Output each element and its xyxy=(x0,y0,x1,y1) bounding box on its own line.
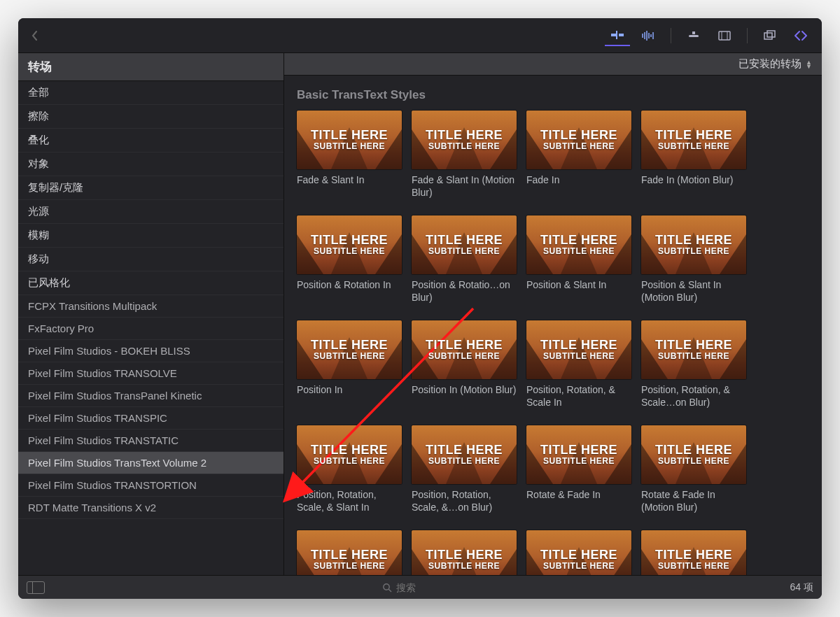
transition-label: Fade & Slant In xyxy=(297,173,402,186)
transitions-panel-icon[interactable] xyxy=(788,25,813,46)
transition-card[interactable]: TITLE HERESUBTITLE HEREPosition, Rotatio… xyxy=(412,425,517,513)
sidebar-item[interactable]: 叠化 xyxy=(18,129,284,153)
transition-label: Position, Rotation, Scale, &…on Blur) xyxy=(412,488,517,513)
transition-card[interactable]: TITLE HERESUBTITLE HEREFade In xyxy=(526,111,631,199)
grid-scroll[interactable]: Basic TransText Styles TITLE HERESUBTITL… xyxy=(284,76,822,575)
transition-card[interactable]: TITLE HERESUBTITLE HEREPosition & Rotati… xyxy=(297,215,402,304)
waveform-icon[interactable] xyxy=(636,25,661,46)
transition-card[interactable]: TITLE HERESUBTITLE HEREPosition & Rotati… xyxy=(412,215,517,304)
transition-thumb[interactable]: TITLE HERESUBTITLE HERE xyxy=(297,425,402,484)
sidebar-item[interactable]: Pixel Film Studios TRANSTORTION xyxy=(18,474,284,497)
transition-label: Fade & Slant In (Motion Blur) xyxy=(412,173,517,199)
transition-thumb[interactable]: TITLE HERESUBTITLE HERE xyxy=(641,215,746,274)
transition-card[interactable]: TITLE HERESUBTITLE HEREPosition, Rotatio… xyxy=(526,320,631,409)
transition-thumb[interactable]: TITLE HERESUBTITLE HERE xyxy=(297,530,402,575)
transition-card[interactable]: TITLE HERESUBTITLE HEREFade & Slant In (… xyxy=(412,111,517,199)
transition-grid: TITLE HERESUBTITLE HEREFade & Slant InTI… xyxy=(297,111,809,575)
transition-thumb[interactable]: TITLE HERESUBTITLE HERE xyxy=(412,425,517,484)
transition-label: Position In xyxy=(297,383,402,396)
browser-window: 转场 全部擦除叠化对象复制器/克隆光源模糊移动已风格化FCPX Transiti… xyxy=(18,18,822,599)
transition-thumb[interactable]: TITLE HERESUBTITLE HERE xyxy=(297,215,402,274)
sidebar-item[interactable]: 移动 xyxy=(18,248,284,271)
sidebar-item[interactable]: Pixel Film Studios TRANSTATIC xyxy=(18,430,284,452)
transition-thumb[interactable]: TITLE HERESUBTITLE HERE xyxy=(412,215,517,274)
transition-thumb[interactable]: TITLE HERESUBTITLE HERE xyxy=(526,530,631,575)
sidebar-item[interactable]: FCPX Transitions Multipack xyxy=(18,295,284,318)
svg-rect-0 xyxy=(611,34,616,36)
transition-label: Rotate & Fade In (Motion Blur) xyxy=(641,488,746,513)
sidebar-item[interactable]: 擦除 xyxy=(18,105,284,129)
installed-filter[interactable]: 已安装的转场 xyxy=(738,57,802,71)
transition-label: Fade In (Motion Blur) xyxy=(641,173,746,186)
transition-card[interactable]: TITLE HERESUBTITLE HERE xyxy=(297,530,402,575)
titlebar xyxy=(18,18,822,53)
transition-label: Position & Rotatio…on Blur) xyxy=(412,278,517,304)
transition-label: Position In (Motion Blur) xyxy=(412,383,517,396)
sidebar-item[interactable]: RDT Matte Transitions X v2 xyxy=(18,497,284,519)
transition-label: Position & Slant In (Motion Blur) xyxy=(641,278,746,304)
transition-card[interactable]: TITLE HERESUBTITLE HEREPosition & Slant … xyxy=(526,215,631,304)
sidebar-item[interactable]: Pixel Film Studios TRANSOLVE xyxy=(18,362,284,385)
sidebar-item[interactable]: 全部 xyxy=(18,81,284,105)
transition-label: Position, Rotation, & Scale…on Blur) xyxy=(641,383,746,409)
sidebar-item[interactable]: FxFactory Pro xyxy=(18,318,284,340)
transition-card[interactable]: TITLE HERESUBTITLE HERE xyxy=(641,530,746,575)
toolbar-divider xyxy=(671,28,671,43)
sidebar-item[interactable]: Pixel Film Studios TRANSPIC xyxy=(18,407,284,430)
transition-card[interactable]: TITLE HERESUBTITLE HERE xyxy=(412,530,517,575)
search-wrap xyxy=(52,582,783,593)
filter-stepper-icon[interactable]: ▲▼ xyxy=(806,60,812,69)
sidebar-title: 转场 xyxy=(18,53,284,81)
transition-label: Rotate & Fade In xyxy=(526,488,631,501)
transition-thumb[interactable]: TITLE HERESUBTITLE HERE xyxy=(641,111,746,169)
transition-thumb[interactable]: TITLE HERESUBTITLE HERE xyxy=(526,111,631,169)
clip-appearance-icon[interactable] xyxy=(605,25,630,46)
transition-thumb[interactable]: TITLE HERESUBTITLE HERE xyxy=(641,320,746,379)
category-list[interactable]: 全部擦除叠化对象复制器/克隆光源模糊移动已风格化FCPX Transitions… xyxy=(18,81,284,575)
transition-card[interactable]: TITLE HERESUBTITLE HEREFade & Slant In xyxy=(297,111,402,199)
effects-icon[interactable] xyxy=(681,25,706,46)
search-input[interactable] xyxy=(396,582,452,593)
transition-card[interactable]: TITLE HERESUBTITLE HEREPosition, Rotatio… xyxy=(641,320,746,409)
transition-thumb[interactable]: TITLE HERESUBTITLE HERE xyxy=(297,111,402,169)
sidebar-item[interactable]: 复制器/克隆 xyxy=(18,176,284,200)
transition-card[interactable]: TITLE HERESUBTITLE HEREPosition In (Moti… xyxy=(412,320,517,409)
transition-thumb[interactable]: TITLE HERESUBTITLE HERE xyxy=(412,320,517,379)
transition-thumb[interactable]: TITLE HERESUBTITLE HERE xyxy=(412,111,517,169)
body: 转场 全部擦除叠化对象复制器/克隆光源模糊移动已风格化FCPX Transiti… xyxy=(18,53,822,575)
transition-thumb[interactable]: TITLE HERESUBTITLE HERE xyxy=(641,425,746,484)
sidebar-item[interactable]: 模糊 xyxy=(18,224,284,248)
transition-card[interactable]: TITLE HERESUBTITLE HEREFade In (Motion B… xyxy=(641,111,746,199)
svg-rect-14 xyxy=(764,33,772,39)
transition-card[interactable]: TITLE HERESUBTITLE HERE xyxy=(526,530,631,575)
transition-thumb[interactable]: TITLE HERESUBTITLE HERE xyxy=(297,320,402,379)
footer: 64 项 xyxy=(18,575,822,599)
svg-line-17 xyxy=(388,589,391,592)
sidebar-item[interactable]: 光源 xyxy=(18,200,284,224)
transition-label: Position & Slant In xyxy=(526,278,631,291)
back-button[interactable] xyxy=(27,27,43,44)
svg-rect-15 xyxy=(767,31,775,37)
transition-thumb[interactable]: TITLE HERESUBTITLE HERE xyxy=(412,530,517,575)
layout-toggle-icon[interactable] xyxy=(27,581,45,594)
filmstrip-icon[interactable] xyxy=(712,25,737,46)
transition-thumb[interactable]: TITLE HERESUBTITLE HERE xyxy=(526,320,631,379)
sidebar-item[interactable]: 对象 xyxy=(18,153,284,176)
windows-icon[interactable] xyxy=(757,25,783,46)
transition-card[interactable]: TITLE HERESUBTITLE HEREPosition In xyxy=(297,320,402,409)
transition-card[interactable]: TITLE HERESUBTITLE HERERotate & Fade In xyxy=(526,425,631,513)
transition-card[interactable]: TITLE HERESUBTITLE HERERotate & Fade In … xyxy=(641,425,746,513)
transition-thumb[interactable]: TITLE HERESUBTITLE HERE xyxy=(526,215,631,274)
svg-rect-10 xyxy=(692,31,695,34)
transition-thumb[interactable]: TITLE HERESUBTITLE HERE xyxy=(526,425,631,484)
svg-rect-1 xyxy=(619,34,624,36)
svg-rect-9 xyxy=(689,35,699,37)
sidebar-item[interactable]: 已风格化 xyxy=(18,271,284,295)
transition-thumb[interactable]: TITLE HERESUBTITLE HERE xyxy=(641,530,746,575)
transition-card[interactable]: TITLE HERESUBTITLE HEREPosition, Rotatio… xyxy=(297,425,402,513)
sidebar-item[interactable]: Pixel Film Studios - BOKEH BLISS xyxy=(18,340,284,362)
transition-card[interactable]: TITLE HERESUBTITLE HEREPosition & Slant … xyxy=(641,215,746,304)
sidebar-item[interactable]: Pixel Film Studios TransPanel Kinetic xyxy=(18,385,284,407)
transition-label: Fade In xyxy=(526,173,631,186)
sidebar-item[interactable]: Pixel Film Studios TransText Volume 2 xyxy=(18,452,284,474)
